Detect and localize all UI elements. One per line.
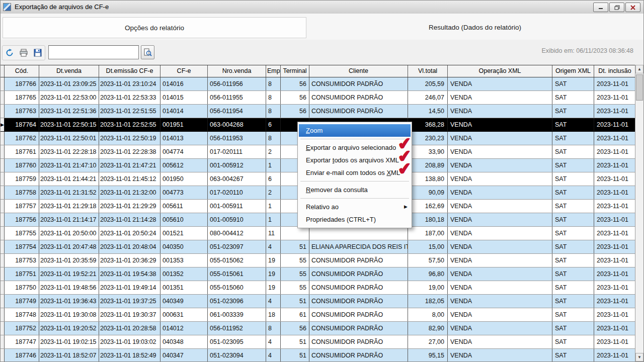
cell-operacao-xml: VENDA bbox=[448, 267, 552, 281]
table-row[interactable]: 1877552023-11-01 20:50:002023-11-01 20:5… bbox=[1, 227, 636, 240]
column-header-operacao-xml[interactable]: Operação XML bbox=[448, 65, 552, 77]
menu-item-properties[interactable]: Propriedades (CTRL+T) bbox=[299, 213, 411, 226]
column-header-cliente[interactable]: Cliente bbox=[309, 65, 408, 77]
cell-nro-venda: 061-003339 bbox=[208, 308, 266, 321]
save-button[interactable] bbox=[33, 48, 43, 58]
cell-operacao-xml: VENDA bbox=[448, 186, 552, 199]
close-button[interactable] bbox=[625, 3, 640, 12]
cell-dt-venda: 2023-11-01 19:48:56 bbox=[39, 281, 99, 294]
cell-dt-inclusao: 2023-11-01 bbox=[594, 308, 636, 321]
cell-dt-inclusao: 2023-11-01 bbox=[594, 213, 636, 226]
chevron-up-icon: ▲ bbox=[637, 67, 641, 71]
title-bar[interactable]: Exportação de arquivos de CF-e bbox=[1, 1, 643, 14]
print-button[interactable] bbox=[19, 48, 29, 58]
scroll-down-button[interactable]: ▼ bbox=[635, 353, 643, 361]
cell-vl-total: 33,90 bbox=[408, 145, 448, 158]
restore-button[interactable] bbox=[609, 3, 624, 12]
cell-nro-venda: 051-023095 bbox=[208, 335, 266, 348]
table-row[interactable]: 1877652023-11-01 22:53:002023-11-01 22:5… bbox=[1, 91, 636, 105]
filter-input[interactable] bbox=[48, 45, 139, 59]
row-select-indicator bbox=[1, 200, 5, 213]
column-header-dt-emissao[interactable]: Dt.emissão CF-e bbox=[99, 65, 160, 77]
table-row[interactable]: 1877492023-11-01 19:36:432023-11-01 19:3… bbox=[1, 295, 636, 308]
column-header-dt-venda[interactable]: Dt.venda bbox=[39, 65, 99, 77]
scroll-up-button[interactable]: ▲ bbox=[635, 65, 643, 73]
menu-item-relative-to[interactable]: Relativo ao▶ bbox=[299, 201, 411, 213]
cell-cfe: 005611 bbox=[160, 200, 208, 213]
column-header-cfe[interactable]: CF-e bbox=[160, 65, 208, 77]
menu-item-remove-from-query[interactable]: Remover da consulta bbox=[299, 184, 411, 196]
table-header: Cód. Dt.venda Dt.emissão CF-e CF-e Nro.v… bbox=[1, 65, 636, 77]
menu-item-export-selected[interactable]: Exportar o arquivo selecionado✔ bbox=[299, 141, 411, 154]
cell-cfe: 040350 bbox=[160, 240, 208, 253]
table-row[interactable]: 1877502023-11-01 19:48:562023-11-01 19:4… bbox=[1, 281, 636, 295]
table-row[interactable]: 1877662023-11-01 23:09:252023-11-01 23:1… bbox=[1, 77, 636, 91]
row-select-indicator bbox=[1, 254, 5, 267]
cell-operacao-xml: VENDA bbox=[448, 308, 552, 321]
column-header-cod[interactable]: Cód. bbox=[5, 65, 39, 77]
menu-item-email-all-xml[interactable]: Enviar e-mail com todos os XML✔ bbox=[299, 166, 411, 179]
cell-emp: 6 bbox=[266, 118, 281, 131]
table-row[interactable]: 1877462023-11-01 18:52:072023-11-01 18:5… bbox=[1, 349, 636, 362]
row-select-indicator bbox=[1, 240, 5, 253]
scrollbar-thumb[interactable] bbox=[636, 74, 643, 101]
cell-cod: 187754 bbox=[5, 240, 39, 253]
cell-cfe: 014013 bbox=[160, 132, 208, 145]
menu-item-label: Enviar e-mail com todos os XML bbox=[306, 169, 400, 176]
table-row[interactable]: 1877482023-11-01 19:30:082023-11-01 19:3… bbox=[1, 308, 636, 322]
cell-nro-venda: 055-015062 bbox=[208, 254, 266, 267]
cell-origem-xml: SAT bbox=[552, 145, 594, 158]
table-row[interactable]: 1877532023-11-01 20:35:592023-11-01 20:3… bbox=[1, 254, 636, 267]
minimize-button[interactable] bbox=[593, 3, 608, 12]
cell-cliente: CONSUMIDOR PADRÃO bbox=[309, 105, 408, 118]
table-row[interactable]: 1877542023-11-01 20:47:482023-11-01 20:4… bbox=[1, 240, 636, 254]
cell-dt-inclusao: 2023-11-01 bbox=[594, 145, 636, 158]
column-header-vl-total[interactable]: Vl.total bbox=[408, 65, 448, 77]
cell-origem-xml: SAT bbox=[552, 295, 594, 308]
cell-emp: 8 bbox=[266, 105, 281, 118]
column-header-terminal[interactable]: Terminal bbox=[281, 65, 309, 77]
table-row[interactable]: 1877512023-11-01 19:52:212023-11-01 19:5… bbox=[1, 267, 636, 281]
table-row[interactable]: 1877632023-11-01 22:51:362023-11-01 22:5… bbox=[1, 105, 636, 118]
menu-separator bbox=[300, 198, 409, 199]
row-select-indicator bbox=[1, 213, 5, 226]
vertical-scrollbar[interactable]: ▲ ▼ bbox=[635, 65, 643, 361]
cell-vl-total: 96,80 bbox=[408, 267, 448, 281]
menu-item-label: Zoom bbox=[306, 127, 323, 134]
row-select-indicator bbox=[1, 267, 5, 281]
refresh-button[interactable] bbox=[5, 48, 15, 58]
menu-item-label: Exportar todos os arquivos XML bbox=[306, 156, 399, 164]
cell-dt-inclusao: 2023-11-01 bbox=[594, 227, 636, 240]
column-header-nro-venda[interactable]: Nro.venda bbox=[208, 65, 266, 77]
table-row[interactable]: 1877522023-11-01 19:20:522023-11-01 20:2… bbox=[1, 322, 636, 335]
preview-button[interactable] bbox=[141, 45, 154, 59]
cell-dt-inclusao: 2023-11-01 bbox=[594, 172, 636, 186]
cell-cod: 187756 bbox=[5, 213, 39, 226]
cell-origem-xml: SAT bbox=[552, 349, 594, 362]
tab-report-result[interactable]: Resultado (Dados do relatório) bbox=[308, 17, 641, 38]
menu-separator bbox=[300, 181, 409, 182]
tab-report-options[interactable]: Opções do relatório bbox=[3, 17, 306, 38]
cell-dt-inclusao: 2023-11-01 bbox=[594, 118, 636, 131]
column-header-origem-xml[interactable]: Origem XML bbox=[552, 65, 594, 77]
table-row[interactable]: 1877472023-11-01 19:02:152023-11-01 19:0… bbox=[1, 335, 636, 349]
toolbar: Exibido em: 06/11/2023 08:36:48 bbox=[1, 40, 643, 65]
cell-terminal: 56 bbox=[281, 91, 309, 104]
cell-dt-emissao: 2023-11-01 20:50:24 bbox=[99, 227, 160, 240]
cell-dt-venda: 2023-11-01 20:35:59 bbox=[39, 254, 99, 267]
cell-dt-emissao: 2023-11-01 19:54:38 bbox=[99, 267, 160, 281]
column-header-dt-inclusao[interactable]: Dt. inclusão bbox=[594, 65, 636, 77]
cell-dt-venda: 2023-11-01 22:50:01 bbox=[39, 132, 99, 145]
cell-dt-emissao: 2023-11-01 20:48:04 bbox=[99, 240, 160, 253]
cell-operacao-xml: VENDA bbox=[448, 200, 552, 213]
menu-item-export-all-xml[interactable]: Exportar todos os arquivos XML✔ bbox=[299, 154, 411, 166]
row-select-indicator bbox=[1, 295, 5, 308]
cell-dt-venda: 2023-11-01 19:20:52 bbox=[39, 322, 99, 335]
menu-item-zoom[interactable]: Zoom bbox=[299, 124, 411, 137]
cell-cliente: CONSUMIDOR PADRÃO bbox=[309, 254, 408, 267]
cell-nro-venda: 001-005911 bbox=[208, 200, 266, 213]
column-header-emp[interactable]: Emp bbox=[266, 65, 281, 77]
cell-vl-total: 162,69 bbox=[408, 200, 448, 213]
row-select-indicator bbox=[1, 308, 5, 321]
cell-dt-inclusao: 2023-11-01 bbox=[594, 349, 636, 362]
